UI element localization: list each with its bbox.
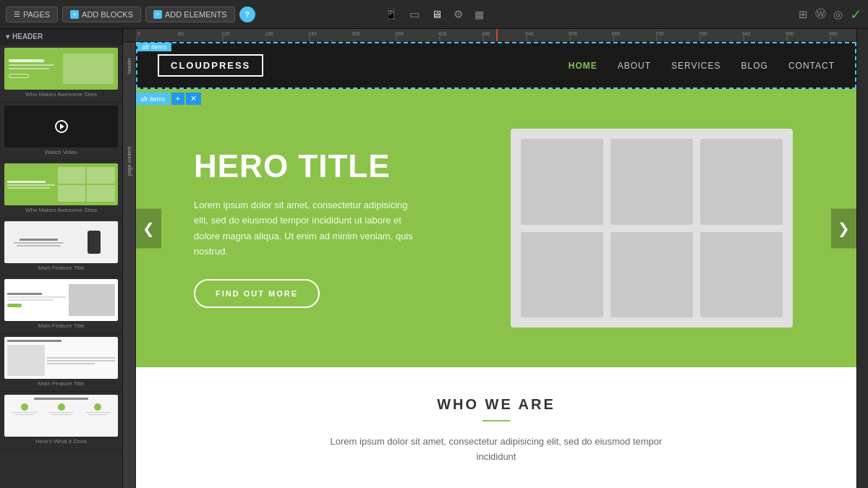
pages-label: PAGES (23, 10, 50, 19)
svg-text:960: 960 (829, 31, 838, 36)
mobile-icon[interactable]: 📱 (384, 8, 398, 21)
block-label-hero1: Who Makes Awesome Sites (4, 90, 118, 99)
vertical-label-bar: header page content (123, 42, 136, 488)
block-label-feature2: Main Feature Title (4, 321, 118, 330)
site-nav-links: HOME ABOUT SERVICES BLOG CONTACT (569, 61, 835, 71)
svg-text:480: 480 (482, 31, 490, 36)
mockup-cell-6 (700, 232, 783, 318)
hero-title: HERO TITLE (194, 148, 462, 184)
site-logo[interactable]: CLOUDPRESS (158, 54, 263, 77)
help-button[interactable]: ? (239, 7, 255, 22)
sidebar-block-item[interactable]: Main Feature Title (0, 218, 122, 276)
mockup-cell-5 (610, 232, 693, 318)
svg-text:420: 420 (438, 31, 447, 36)
nav-link-home[interactable]: HOME (569, 61, 597, 71)
sidebar-block-item[interactable]: Here's What it Does (0, 392, 122, 450)
wordpress-icon[interactable]: Ⓦ (815, 7, 826, 21)
svg-text:300: 300 (352, 31, 360, 36)
tag-action-close[interactable]: ✕ (186, 93, 201, 105)
header-tag-actions: afr items + ✕ (136, 93, 201, 105)
header-section-label: HEADER (12, 33, 43, 40)
hero-cta-button[interactable]: FIND OUT MORE (194, 279, 320, 308)
sidebar-block-item[interactable]: Watch Video (0, 103, 122, 160)
canvas-area: 0 60 120 180 240 300 (123, 29, 856, 488)
block-thumb-hero2 (4, 163, 118, 205)
svg-text:240: 240 (308, 31, 317, 36)
nav-link-contact[interactable]: CONTACT (788, 61, 835, 71)
ruler-top: 0 60 120 180 240 300 (123, 29, 856, 42)
mockup-grid (521, 139, 783, 317)
svg-text:600: 600 (569, 31, 577, 36)
svg-text:120: 120 (221, 31, 230, 36)
right-panel (856, 29, 868, 488)
who-divider (482, 420, 510, 421)
block-thumb-hero1 (4, 48, 118, 90)
nav-link-blog[interactable]: BLOG (741, 61, 768, 71)
block-label-hero2: Who Makes Awesome Sites (4, 205, 118, 215)
hero-image-area (491, 129, 813, 328)
pages-tab[interactable]: ☰ PAGES (6, 7, 58, 22)
add-elements-icon: + (153, 10, 162, 19)
who-title: WHO WE ARE (179, 396, 813, 413)
tablet-icon[interactable]: ▭ (409, 8, 420, 21)
add-blocks-icon: + (70, 10, 79, 19)
block-thumb-feature3 (4, 337, 118, 379)
apps-icon[interactable]: ⊞ (799, 8, 808, 21)
svg-text:660: 660 (612, 31, 621, 36)
who-section: WHO WE ARE Lorem ipsum dolor sit amet, c… (136, 367, 856, 488)
who-body: Lorem ipsum dolor sit amet, consectetur … (323, 435, 670, 465)
header-collapse-arrow: ▾ (6, 33, 9, 40)
block-label-how: Here's What it Does (4, 437, 118, 446)
add-elements-tab[interactable]: + ADD ELEMENTS (145, 7, 235, 22)
settings-gear-icon[interactable]: ⚙ (454, 8, 463, 21)
header-vert-label: header (123, 42, 135, 89)
site-nav: CLOUDPRESS HOME ABOUT SERVICES BLOG CONT… (136, 42, 856, 89)
mockup-cell-2 (610, 139, 693, 225)
nav-link-services[interactable]: SERVICES (671, 61, 720, 71)
add-blocks-label: ADD BLOCKS (82, 10, 133, 19)
mockup-cell-4 (521, 232, 603, 318)
carousel-next-btn[interactable]: ❯ (831, 208, 856, 248)
svg-text:720: 720 (655, 31, 664, 36)
target-icon[interactable]: ◎ (833, 8, 843, 21)
svg-text:780: 780 (699, 31, 707, 36)
sidebar-block-list: Who Makes Awesome Sites Watch Video (0, 45, 122, 488)
grid-view-icon[interactable]: ▦ (475, 9, 484, 20)
block-thumb-feature1 (4, 221, 118, 263)
page-content-vert-label: page content (123, 89, 135, 234)
mockup-cell-1 (521, 139, 603, 225)
nav-link-about[interactable]: ABOUT (618, 61, 651, 71)
block-thumb-feature2 (4, 279, 118, 321)
tag-action-add[interactable]: + (171, 93, 184, 105)
block-label-video: Watch Video (4, 147, 118, 157)
carousel-prev-btn[interactable]: ❮ (136, 208, 161, 248)
svg-text:180: 180 (265, 31, 273, 36)
sidebar-block-item[interactable]: Main Feature Title (0, 334, 122, 392)
sidebar-block-item[interactable]: Who Makes Awesome Sites (0, 45, 122, 103)
add-blocks-tab[interactable]: + ADD BLOCKS (62, 7, 141, 22)
site-header: CLOUDPRESS HOME ABOUT SERVICES BLOG CONT… (136, 42, 856, 89)
svg-text:840: 840 (742, 31, 751, 36)
pages-icon: ☰ (14, 10, 20, 18)
svg-text:60: 60 (178, 31, 184, 36)
svg-text:0: 0 (137, 31, 140, 36)
block-thumb-how (4, 395, 118, 437)
svg-text:360: 360 (395, 31, 404, 36)
block-label-feature3: Main Feature Title (4, 379, 118, 388)
hero-text-col: HERO TITLE Lorem ipsum dolor sit amet, c… (179, 148, 462, 309)
hero-section: ❮ HERO TITLE Lorem ipsum dolor sit amet,… (136, 89, 856, 367)
sidebar-block-item[interactable]: Main Feature Title (0, 276, 122, 334)
sidebar-section-header[interactable]: ▾ HEADER (0, 29, 122, 45)
website-preview: CLOUDPRESS HOME ABOUT SERVICES BLOG CONT… (136, 42, 856, 488)
svg-text:900: 900 (786, 31, 794, 36)
sidebar-block-item[interactable]: Who Makes Awesome Sites (0, 160, 122, 218)
add-elements-label: ADD ELEMENTS (165, 10, 227, 19)
left-sidebar: ▾ HEADER Who Makes Awesome Sites (0, 29, 123, 488)
svg-text:540: 540 (525, 31, 534, 36)
block-label-feature1: Main Feature Title (4, 263, 118, 273)
hero-mockup (511, 129, 793, 328)
hero-body: Lorem ipsum dolor sit amet, consectetur … (194, 197, 418, 260)
tag-action-label: afr items (136, 93, 170, 105)
desktop-icon[interactable]: 🖥 (431, 8, 442, 20)
checkmark-icon[interactable]: ✓ (850, 6, 862, 23)
